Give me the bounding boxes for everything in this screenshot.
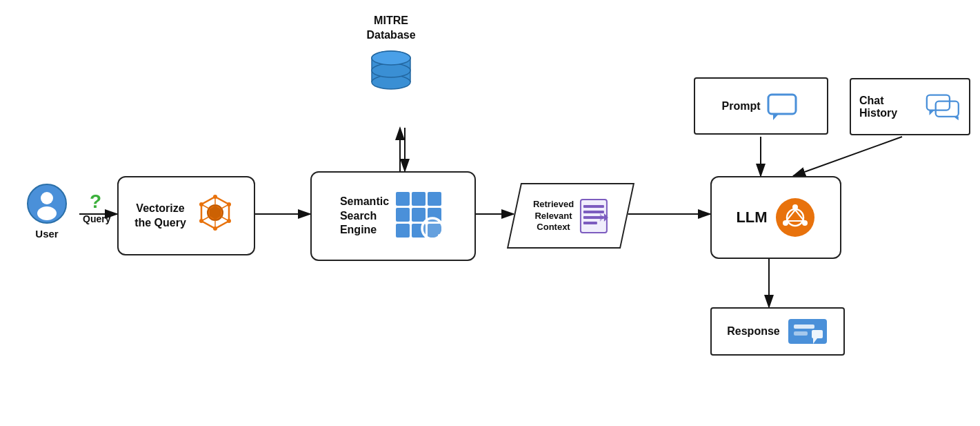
arrow-chathistory-llm bbox=[793, 137, 902, 176]
semantic-search-label: Semantic Search Engine bbox=[340, 195, 389, 238]
svg-line-19 bbox=[201, 217, 209, 221]
question-mark-icon: ? bbox=[87, 190, 106, 213]
llm-icon bbox=[774, 197, 816, 238]
response-icon bbox=[787, 318, 828, 345]
response-box: Response bbox=[710, 307, 845, 356]
svg-rect-58 bbox=[926, 95, 949, 110]
svg-line-16 bbox=[221, 204, 229, 209]
svg-point-47 bbox=[776, 198, 814, 237]
svg-rect-29 bbox=[412, 192, 426, 206]
document-icon bbox=[579, 198, 608, 234]
svg-rect-60 bbox=[935, 101, 958, 116]
response-label: Response bbox=[727, 325, 779, 338]
svg-rect-40 bbox=[581, 200, 607, 233]
svg-rect-30 bbox=[428, 192, 441, 206]
retrieved-context-box: RetrievedRelevantContext bbox=[507, 183, 634, 249]
svg-line-39 bbox=[439, 235, 446, 242]
user-icon bbox=[26, 183, 68, 224]
svg-text:?: ? bbox=[90, 191, 101, 212]
svg-rect-64 bbox=[794, 331, 808, 336]
svg-point-3 bbox=[41, 192, 53, 204]
llm-box: LLM bbox=[710, 176, 841, 259]
svg-point-26 bbox=[372, 64, 410, 77]
svg-rect-44 bbox=[583, 222, 597, 224]
user-label: User bbox=[35, 227, 58, 241]
vectorize-label: Vectorize the Query bbox=[134, 202, 186, 231]
diagram-container: User ? Query Vectorize the Query bbox=[0, 0, 980, 426]
svg-point-49 bbox=[792, 204, 798, 210]
prompt-icon bbox=[766, 93, 801, 120]
mitre-db-icon bbox=[363, 46, 419, 101]
query-label: Query bbox=[83, 213, 110, 224]
retrieved-context-inner: RetrievedRelevantContext bbox=[533, 198, 608, 234]
llm-label: LLM bbox=[736, 208, 767, 228]
prompt-label: Prompt bbox=[722, 100, 761, 113]
svg-rect-32 bbox=[412, 208, 426, 222]
svg-rect-28 bbox=[396, 192, 410, 206]
svg-rect-65 bbox=[812, 330, 823, 338]
retrieved-label: RetrievedRelevantContext bbox=[533, 198, 574, 233]
svg-rect-34 bbox=[396, 224, 410, 238]
semantic-search-box: Semantic Search Engine bbox=[310, 171, 476, 261]
mitre-db-group: MITREDatabase bbox=[363, 14, 419, 101]
mitre-label: MITREDatabase bbox=[366, 14, 415, 43]
chat-history-label: Chat History bbox=[859, 95, 920, 119]
svg-rect-41 bbox=[583, 205, 604, 208]
svg-point-27 bbox=[372, 51, 410, 65]
svg-line-17 bbox=[221, 217, 229, 221]
semantic-search-icon bbox=[394, 191, 446, 242]
query-group: ? Query bbox=[83, 190, 110, 224]
vectorize-icon bbox=[193, 193, 238, 238]
prompt-box: Prompt bbox=[694, 77, 828, 135]
svg-rect-63 bbox=[794, 325, 814, 329]
svg-rect-31 bbox=[396, 208, 410, 222]
chat-history-box: Chat History bbox=[850, 78, 970, 135]
vectorize-box: Vectorize the Query bbox=[117, 176, 255, 255]
svg-marker-61 bbox=[953, 116, 958, 120]
svg-rect-56 bbox=[768, 95, 796, 114]
chat-history-icon bbox=[926, 93, 961, 122]
svg-line-20 bbox=[201, 204, 209, 209]
svg-rect-42 bbox=[583, 211, 604, 213]
user-node: User bbox=[19, 183, 74, 241]
svg-point-4 bbox=[37, 206, 57, 220]
